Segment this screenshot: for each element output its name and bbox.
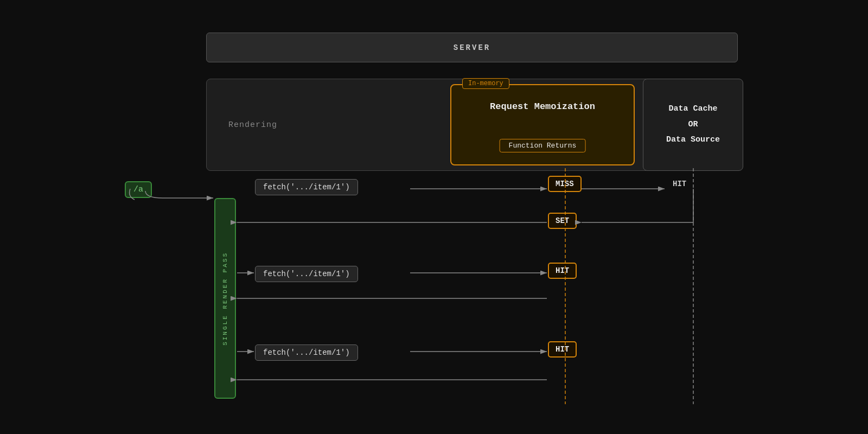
hit-badge-2: HIT xyxy=(548,263,577,279)
data-cache-label: Data Cache OR Data Source xyxy=(666,101,720,148)
set-badge: SET xyxy=(548,213,577,229)
memo-badge: In-memory xyxy=(462,78,509,89)
route-box: /a xyxy=(125,181,152,198)
func-returns-badge: Function Returns xyxy=(500,139,586,152)
arrows-svg xyxy=(0,0,868,434)
hit-badge-3: HIT xyxy=(548,341,577,358)
render-pass-bar: SINGLE RENDER PASS xyxy=(214,198,236,399)
server-box: SERVER xyxy=(206,33,738,62)
memo-box: In-memory Request Memoization Function R… xyxy=(450,84,635,165)
diagram-container: SERVER Rendering In-memory Request Memoi… xyxy=(0,0,868,434)
fetch-box-2: fetch('.../item/1') xyxy=(255,266,358,282)
fetch-box-1: fetch('.../item/1') xyxy=(255,179,358,195)
rendering-label: Rendering xyxy=(228,120,277,130)
data-cache-box: Data Cache OR Data Source xyxy=(643,79,743,171)
memo-title: Request Memoization xyxy=(451,101,634,112)
miss-badge: MISS xyxy=(548,176,582,192)
hit-right-label: HIT xyxy=(673,180,686,188)
render-pass-text: SINGLE RENDER PASS xyxy=(222,252,228,346)
server-label: SERVER xyxy=(454,43,490,52)
fetch-box-3: fetch('.../item/1') xyxy=(255,344,358,361)
